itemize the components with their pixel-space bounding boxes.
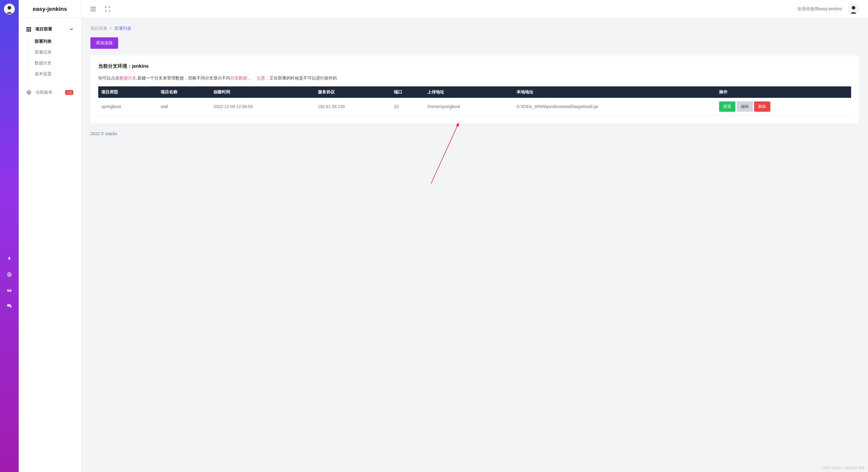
menu-parent-deploy[interactable]: 项目部署 <box>19 24 81 35</box>
watermark: CSDN @来自上海的这位朋友 <box>822 466 865 470</box>
link-branch-data[interactable]: 分支数据 <box>230 75 247 80</box>
cell-local-path: D:\IDEA_SPAN\postitnotewall\target\wall.… <box>514 98 716 115</box>
globe-icon <box>27 90 31 95</box>
version-badge: 1.0 <box>65 90 73 95</box>
edit-button[interactable]: 编辑 <box>737 101 753 112</box>
breadcrumb-current: 部署列表 <box>115 26 131 31</box>
breadcrumb: 项目部署 / 部署列表 <box>90 26 859 31</box>
footer-text: 2022 © stacks <box>90 131 859 136</box>
submenu: 部署列表 部署记录 数据分支 基本设置 <box>27 35 81 82</box>
hamburger-icon[interactable] <box>90 7 96 11</box>
cell-port: 22 <box>391 98 424 115</box>
menu-parent-label: 项目部署 <box>35 27 52 32</box>
menu-current-version[interactable]: 当前版本 1.0 <box>19 86 81 99</box>
svg-rect-12 <box>30 30 31 32</box>
version-label: 当前版本 <box>36 90 53 95</box>
th-port: 端口 <box>391 87 424 98</box>
cell-upload-path: /home/springboot <box>424 98 514 115</box>
svg-rect-15 <box>90 9 96 9</box>
warn-text: 正在部署的时候是不可以进行操作的 <box>270 75 337 80</box>
delete-button[interactable]: 删除 <box>754 101 770 112</box>
svg-rect-10 <box>27 30 28 32</box>
svg-rect-14 <box>90 7 96 7</box>
deploy-table: 项目类型 项目名称 创建时间 服务协议 端口 上传地址 本地地址 操作 spri <box>98 87 851 115</box>
svg-point-18 <box>852 6 855 9</box>
submenu-basic-settings[interactable]: 基本设置 <box>27 69 81 79</box>
left-rail <box>0 0 19 472</box>
svg-rect-7 <box>27 29 28 30</box>
cell-create-time: 2022-12-09 12:58:59 <box>210 98 315 115</box>
svg-rect-4 <box>27 27 28 28</box>
cell-actions: 部署编辑删除 <box>716 98 851 115</box>
inbox-icon[interactable] <box>7 288 12 293</box>
note-mid: ,新建一个分支来管理数据，切换不同分支显示不同 <box>136 75 230 80</box>
brand-title[interactable]: easy-jenkins <box>19 0 81 18</box>
svg-point-3 <box>10 306 12 308</box>
th-actions: 操作 <box>716 87 851 98</box>
svg-rect-16 <box>90 10 96 11</box>
svg-rect-9 <box>30 29 31 30</box>
th-project-type: 项目类型 <box>98 87 158 98</box>
svg-rect-5 <box>28 27 30 28</box>
card-title: 当前分支环境：jenkins <box>98 63 851 70</box>
note-prefix: 你可以点击 <box>98 75 119 80</box>
submenu-data-branch[interactable]: 数据分支 <box>27 58 81 69</box>
th-project-name: 项目名称 <box>158 87 210 98</box>
topbar-avatar[interactable] <box>848 4 859 14</box>
th-upload-path: 上传地址 <box>424 87 514 98</box>
note-comma: ， <box>247 75 251 80</box>
cell-project-name: wall <box>158 98 210 115</box>
chat-icon[interactable] <box>7 303 12 308</box>
submenu-deploy-records[interactable]: 部署记录 <box>27 47 81 58</box>
deploy-button[interactable]: 部署 <box>719 101 735 112</box>
warn-label: 注意： <box>257 75 270 80</box>
link-data-branch[interactable]: 数据分支 <box>119 75 136 80</box>
cell-project-type: springboot <box>98 98 158 115</box>
breadcrumb-separator: / <box>110 26 112 31</box>
svg-rect-11 <box>28 30 30 32</box>
sidebar: easy-jenkins 项目部署 部署列表 部署记录 数据分支 基本设置 当前… <box>19 0 82 472</box>
fullscreen-icon[interactable] <box>105 7 110 11</box>
th-local-path: 本地地址 <box>514 87 716 98</box>
svg-point-1 <box>7 6 11 10</box>
th-service-protocol: 服务协议 <box>315 87 391 98</box>
globe-icon[interactable] <box>7 272 12 277</box>
main-area: 欢迎你使用easy-jenkins 项目部署 / 部署列表 添加连接 当前分支环… <box>82 0 868 472</box>
grid-icon <box>27 27 31 32</box>
chevron-down-icon <box>70 27 73 31</box>
rail-avatar[interactable] <box>4 4 15 14</box>
submenu-deploy-list[interactable]: 部署列表 <box>27 36 81 47</box>
table-row: springboot wall 2022-12-09 12:58:59 182.… <box>98 98 851 115</box>
annotation-arrow <box>419 121 473 190</box>
content-card: 当前分支环境：jenkins 你可以点击数据分支,新建一个分支来管理数据，切换不… <box>90 56 859 124</box>
avatar-icon <box>848 4 859 14</box>
welcome-text: 欢迎你使用easy-jenkins <box>798 6 842 12</box>
topbar: 欢迎你使用easy-jenkins <box>82 0 868 18</box>
avatar-icon <box>4 4 14 14</box>
svg-rect-8 <box>28 29 30 30</box>
rocket-icon[interactable] <box>7 256 12 262</box>
breadcrumb-parent[interactable]: 项目部署 <box>90 26 107 31</box>
cell-service-protocol: 182.61.59.139 <box>315 98 391 115</box>
svg-rect-6 <box>30 27 31 28</box>
th-create-time: 创建时间 <box>210 87 315 98</box>
card-note: 你可以点击数据分支,新建一个分支来管理数据，切换不同分支显示不同分支数据， 注意… <box>98 75 851 81</box>
add-connection-button[interactable]: 添加连接 <box>90 37 118 49</box>
